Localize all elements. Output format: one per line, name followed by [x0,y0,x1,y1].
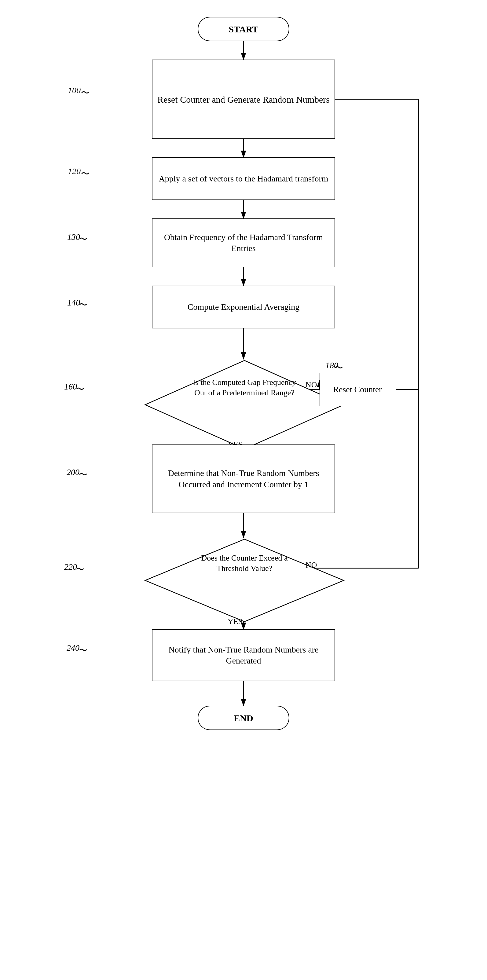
zigzag-130: 〜 [79,233,88,245]
no-label-160: NO [306,380,317,390]
start-node: START [198,17,289,41]
zigzag-240: 〜 [79,644,88,656]
step-label-130: 130 [67,232,80,242]
node-240: Notify that Non-True Random Numbers are … [152,629,335,681]
node-120: Apply a set of vectors to the Hadamard t… [152,158,335,200]
diamond-220: Does the Counter Exceed a Threshold Valu… [143,538,345,623]
node-100: Reset Counter and Generate Random Number… [152,60,335,139]
step-label-160: 160 [64,382,77,391]
no-label-220: NO [306,560,317,570]
zigzag-200: 〜 [79,469,88,480]
flowchart: START 100 〜 Reset Counter and Generate R… [0,0,487,980]
node-200: Determine that Non-True Random Numbers O… [152,444,335,513]
step-label-220: 220 [64,562,77,572]
node-140: Compute Exponential Averaging [152,286,335,328]
diamond-160-text: Is the Computed Gap Frequency Out of a P… [183,374,306,401]
step-label-120: 120 [68,167,81,176]
zigzag-100: 〜 [81,87,89,99]
zigzag-140: 〜 [79,299,88,311]
zigzag-180: 〜 [334,362,343,374]
zigzag-120: 〜 [81,168,89,180]
end-node: END [198,706,289,730]
step-label-140: 140 [67,298,80,308]
diamond-220-text: Does the Counter Exceed a Threshold Valu… [186,550,302,577]
node-180: Reset Counter [320,373,395,406]
node-130: Obtain Frequency of the Hadamard Transfo… [152,218,335,267]
yes-label-220: YES [228,617,243,626]
zigzag-160: 〜 [76,383,84,395]
step-label-100: 100 [68,86,81,95]
diamond-160: Is the Computed Gap Frequency Out of a P… [143,359,345,450]
step-label-200: 200 [67,468,80,477]
step-label-240: 240 [67,643,80,653]
zigzag-220: 〜 [76,564,84,575]
